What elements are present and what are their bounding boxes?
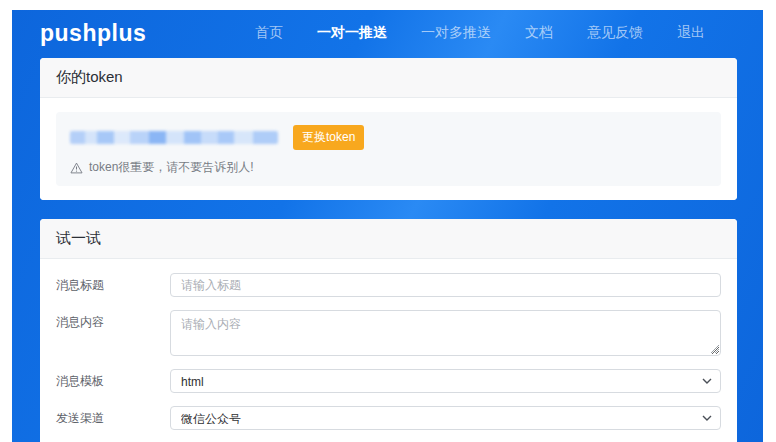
message-title-label: 消息标题	[56, 273, 170, 297]
token-warning-text: token很重要，请不要告诉别人!	[89, 159, 254, 176]
nav-item-logout[interactable]: 退出	[677, 24, 705, 42]
blurred-token-value	[70, 131, 278, 144]
nav-item-docs[interactable]: 文档	[525, 24, 553, 42]
token-warning: token很重要，请不要告诉别人!	[70, 159, 707, 176]
brand-logo[interactable]: pushplus	[40, 20, 146, 47]
token-row: 更换token	[70, 125, 707, 150]
token-card-title: 你的token	[40, 58, 737, 98]
top-navbar: pushplus 首页 一对一推送 一对多推送 文档 意见反馈 退出	[12, 10, 763, 56]
message-template-select[interactable]: html	[170, 369, 721, 393]
nav-item-home[interactable]: 首页	[255, 24, 283, 42]
nav-item-one-to-many-push[interactable]: 一对多推送	[421, 24, 491, 42]
token-card-body: 更换token token很重要，请不要告诉别人!	[40, 98, 737, 200]
message-title-input[interactable]	[170, 273, 721, 297]
try-card-title: 试一试	[40, 219, 737, 259]
message-content-textarea[interactable]	[170, 310, 721, 356]
try-card-body: 消息标题 消息内容 消息模板 html	[40, 259, 737, 442]
message-template-row: 消息模板 html	[56, 369, 721, 393]
nav-item-feedback[interactable]: 意见反馈	[587, 24, 643, 42]
change-token-button[interactable]: 更换token	[293, 125, 364, 150]
page-background: pushplus 首页 一对一推送 一对多推送 文档 意见反馈 退出 你的tok…	[12, 10, 763, 442]
warning-triangle-icon	[70, 162, 83, 174]
message-template-label: 消息模板	[56, 369, 170, 393]
send-channel-select[interactable]: 微信公众号	[170, 406, 721, 430]
nav-item-one-to-one-push[interactable]: 一对一推送	[317, 24, 387, 42]
send-channel-row: 发送渠道 微信公众号	[56, 406, 721, 430]
try-card: 试一试 消息标题 消息内容 消息模板 html	[40, 219, 737, 442]
message-title-row: 消息标题	[56, 273, 721, 297]
message-content-label: 消息内容	[56, 310, 170, 334]
nav-menu: 首页 一对一推送 一对多推送 文档 意见反馈 退出	[255, 24, 705, 42]
send-channel-label: 发送渠道	[56, 406, 170, 430]
message-content-row: 消息内容	[56, 310, 721, 356]
token-alert-panel: 更换token token很重要，请不要告诉别人!	[56, 112, 721, 186]
token-card: 你的token 更换token token很重要，请不要告诉别人!	[40, 58, 737, 200]
